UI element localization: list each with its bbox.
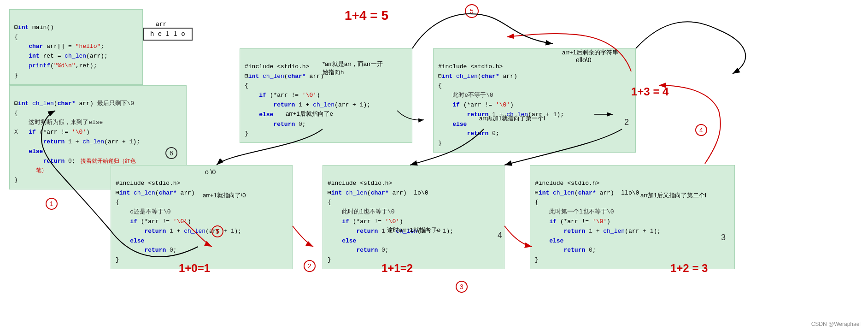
annotation-hello-1: *arr就是arr，而arr一开 bbox=[323, 60, 383, 68]
circle-4: 4 bbox=[695, 124, 708, 139]
svg-text:1: 1 bbox=[50, 200, 53, 207]
lo-num: 4 bbox=[498, 231, 502, 240]
svg-text:2: 2 bbox=[308, 262, 311, 270]
annotation-llo-1: arr加1后又指向了第二个l bbox=[640, 191, 706, 200]
math-1plus0: 1+0=1 bbox=[179, 262, 210, 275]
arr-diagram: h e l l o bbox=[143, 28, 193, 41]
llo-num: 3 bbox=[721, 233, 726, 242]
include-block-ello: #include <stdio.h> ⊟int ch_len(char* arr… bbox=[433, 48, 636, 153]
circle-6: 6 bbox=[165, 147, 178, 162]
include-block-o: #include <stdio.h> ⊟int ch_len(char* arr… bbox=[111, 165, 293, 269]
watermark: CSDN @Weraphael bbox=[811, 321, 861, 327]
annotation-lo-1: 这时arr+1就指向了o bbox=[387, 226, 440, 234]
include-block-lo: #include <stdio.h> ⊟int ch_len(char* arr… bbox=[323, 165, 504, 269]
annotation-hello-3: arr+1后就指向了e bbox=[286, 110, 333, 118]
math-1plus3: 1+3 = 4 bbox=[631, 85, 669, 98]
include-block-llo: #include <stdio.h> ⊟int ch_len(char* arr… bbox=[530, 165, 735, 269]
annotation-ello-1: arr再加1就指向了第一个l bbox=[479, 114, 545, 123]
circle-1: 1 bbox=[45, 197, 58, 213]
ello-label: ello\0 bbox=[576, 56, 591, 64]
annotation-hello-2: 始指向h bbox=[323, 68, 344, 77]
o-zero-label: o \0 bbox=[205, 168, 216, 176]
svg-text:5: 5 bbox=[470, 7, 474, 15]
math-1plus1: 1+1=2 bbox=[381, 262, 413, 275]
math-1plus2: 1+2 = 3 bbox=[670, 262, 708, 275]
svg-text:6: 6 bbox=[170, 149, 173, 157]
main-block: ⊟int main() { char arr[] = "hello"; int … bbox=[9, 9, 143, 85]
circle-3: 3 bbox=[455, 280, 468, 296]
circle-5-top: 5 bbox=[464, 4, 479, 21]
circle-5-bottom: 5 bbox=[211, 225, 224, 240]
math-1plus4: 1+4 = 5 bbox=[345, 8, 388, 23]
arr-plus1-label: arr+1后剩余的字符串 bbox=[562, 48, 618, 57]
svg-text:4: 4 bbox=[699, 126, 703, 134]
annotation-o-1: arr+1就指向了\0 bbox=[203, 191, 246, 200]
svg-text:3: 3 bbox=[460, 283, 463, 290]
svg-text:5: 5 bbox=[216, 228, 219, 235]
annotation-ello-num: 2 bbox=[624, 118, 629, 127]
arr-label: arr bbox=[156, 21, 166, 28]
circle-2: 2 bbox=[303, 260, 316, 275]
